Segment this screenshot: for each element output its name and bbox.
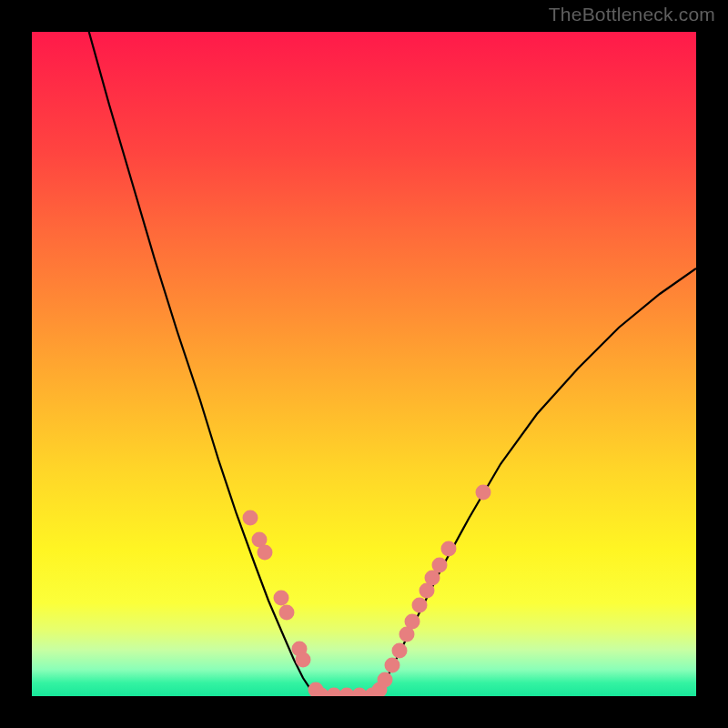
marker-dot: [432, 558, 448, 573]
marker-dots-group: [243, 485, 491, 697]
marker-dot: [274, 591, 289, 606]
marker-dot: [405, 614, 420, 630]
curve-group: [86, 32, 696, 695]
bottleneck-curve: [32, 32, 696, 696]
marker-dot: [385, 658, 400, 673]
v-curve-line: [86, 32, 696, 695]
plot-area: [32, 32, 696, 696]
marker-dot: [279, 605, 295, 621]
marker-dot: [243, 511, 258, 526]
marker-dot: [392, 643, 408, 659]
marker-dot: [378, 672, 393, 688]
marker-dot: [258, 545, 273, 561]
marker-dot: [296, 652, 311, 668]
marker-dot: [476, 485, 491, 500]
marker-dot: [441, 541, 457, 557]
outer-frame: TheBottleneck.com: [0, 0, 728, 728]
marker-dot: [412, 598, 428, 613]
watermark-text: TheBottleneck.com: [549, 4, 715, 25]
